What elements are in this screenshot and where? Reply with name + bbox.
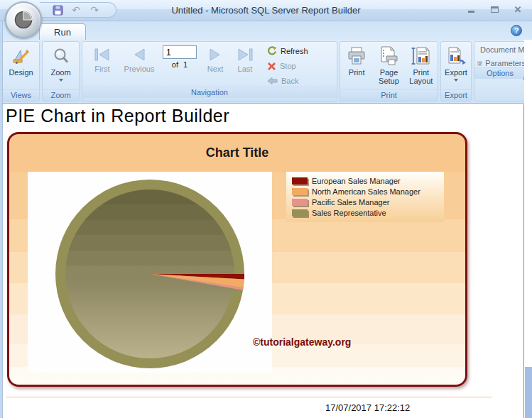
- design-icon: [11, 47, 31, 66]
- ribbon-group-options: Document Map @ Parameters › Options: [474, 41, 524, 101]
- chart-title: Chart Title: [9, 145, 465, 160]
- app-pie-icon: [12, 9, 35, 31]
- quick-access-toolbar: ↶ ↷: [40, 2, 116, 18]
- print-button[interactable]: Print: [341, 44, 372, 77]
- group-label-export: Export: [441, 89, 471, 101]
- next-page-icon: [207, 47, 224, 62]
- back-button[interactable]: Back: [267, 75, 308, 87]
- legend-label: Pacific Sales Manager: [312, 198, 389, 207]
- help-button[interactable]: ?: [511, 25, 522, 36]
- parameters-button[interactable]: @ Parameters: [477, 59, 524, 67]
- close-icon: ✕: [514, 4, 522, 15]
- next-page-button[interactable]: Next: [200, 44, 230, 73]
- maximize-button[interactable]: [489, 4, 500, 14]
- page-setup-button[interactable]: Page Setup: [373, 44, 404, 85]
- zoom-icon: [52, 47, 70, 65]
- zoom-label: Zoom: [50, 68, 70, 77]
- tab-run-label: Run: [54, 27, 71, 38]
- next-label: Next: [207, 65, 224, 73]
- ribbon-group-export: Export Export: [440, 41, 472, 101]
- previous-label: Previous: [124, 65, 155, 73]
- group-label-views: Views: [3, 89, 39, 101]
- parameters-label: Parameters: [485, 59, 524, 67]
- stop-button[interactable]: Stop: [267, 60, 308, 72]
- minimize-button[interactable]: [465, 4, 477, 14]
- parameters-icon: @: [477, 60, 482, 67]
- design-label: Design: [9, 68, 33, 77]
- print-layout-button[interactable]: Print Layout: [406, 44, 437, 85]
- legend-swatch-icon: [292, 209, 308, 216]
- redo-icon: ↷: [90, 5, 99, 15]
- first-page-icon: [92, 47, 112, 62]
- ribbon-tab-row: Run ?: [0, 21, 532, 40]
- stop-label: Stop: [280, 62, 296, 70]
- redo-button[interactable]: ↷: [88, 4, 101, 16]
- legend-label: Sales Representative: [312, 209, 386, 217]
- export-button[interactable]: Export: [442, 44, 470, 82]
- design-button[interactable]: Design: [5, 44, 38, 77]
- legend-item: North American Sales Manager: [292, 186, 440, 197]
- ribbon-group-views: Design Views: [2, 41, 40, 101]
- zoom-button[interactable]: Zoom: [45, 44, 77, 82]
- legend-swatch-icon: [292, 188, 308, 195]
- legend-swatch-icon: [292, 177, 308, 185]
- pie-plot-area: [28, 172, 272, 373]
- watermark: ©tutorialgateway.org: [253, 336, 351, 348]
- page-setup-label: Page Setup: [373, 68, 404, 85]
- print-icon: [346, 46, 367, 66]
- previous-page-button[interactable]: Previous: [119, 44, 159, 73]
- application-menu-button[interactable]: [5, 1, 42, 38]
- pie-chart[interactable]: [28, 172, 272, 373]
- legend-label: North American Sales Manager: [312, 187, 420, 196]
- print-layout-icon: [411, 46, 432, 66]
- ribbon-group-zoom: Zoom Zoom: [42, 41, 80, 101]
- ribbon: Design Views Zoom: [0, 40, 524, 104]
- export-icon: [445, 46, 467, 66]
- previous-page-icon: [131, 47, 148, 62]
- last-label: Last: [238, 65, 253, 73]
- report-builder-window: Untitled - Microsoft SQL Server Report B…: [0, 0, 532, 418]
- window-frame-left: [0, 21, 3, 418]
- document-map-label: Document Map: [480, 45, 524, 54]
- document-map-button[interactable]: Document Map: [477, 45, 524, 54]
- print-layout-label: Print Layout: [406, 68, 437, 85]
- page-setup-icon: [378, 46, 399, 66]
- group-label-zoom: Zoom: [43, 89, 79, 101]
- page-total: 1: [183, 60, 188, 69]
- save-icon: [53, 5, 63, 16]
- execution-timestamp: 17/07/2017 17:22:12: [325, 402, 410, 413]
- footer-divider: [6, 397, 492, 397]
- legend-item: Sales Representative: [292, 207, 440, 218]
- report-viewer: PIE Chart in Report Builder Chart Title: [0, 104, 532, 418]
- tab-run[interactable]: Run: [39, 23, 86, 40]
- maximize-icon: [491, 6, 499, 13]
- help-icon: ?: [514, 26, 519, 35]
- export-dropdown-icon: [454, 79, 458, 82]
- last-page-button[interactable]: Last: [230, 44, 260, 73]
- save-button[interactable]: [51, 4, 64, 16]
- stop-icon: [267, 62, 276, 71]
- legend-item: Pacific Sales Manager: [292, 197, 440, 207]
- back-icon: [267, 77, 278, 85]
- legend-item: European Sales Manager: [292, 175, 440, 186]
- of-label: of: [172, 60, 178, 69]
- chevron-right-icon: ›: [523, 75, 524, 82]
- report-heading: PIE Chart in Report Builder: [6, 106, 229, 126]
- page-number-box: of 1: [159, 44, 200, 69]
- scrollbar-gutter[interactable]: [523, 104, 532, 418]
- refresh-label: Refresh: [281, 47, 308, 55]
- export-label: Export: [445, 68, 467, 77]
- undo-button[interactable]: ↶: [70, 4, 82, 16]
- close-button[interactable]: ✕: [512, 4, 523, 14]
- refresh-icon: [267, 46, 277, 56]
- minimize-icon: [468, 11, 474, 13]
- ribbon-group-print: Print Page Setup: [340, 41, 438, 101]
- page-number-input[interactable]: [163, 45, 197, 59]
- refresh-button[interactable]: Refresh: [267, 45, 308, 57]
- first-page-button[interactable]: First: [85, 44, 119, 73]
- back-label: Back: [281, 77, 298, 85]
- chart-container[interactable]: Chart Title: [7, 132, 467, 387]
- group-label-navigation: Navigation: [82, 87, 337, 98]
- group-label-print: Print: [340, 89, 438, 101]
- ribbon-group-navigation: First Previous of 1: [82, 41, 337, 101]
